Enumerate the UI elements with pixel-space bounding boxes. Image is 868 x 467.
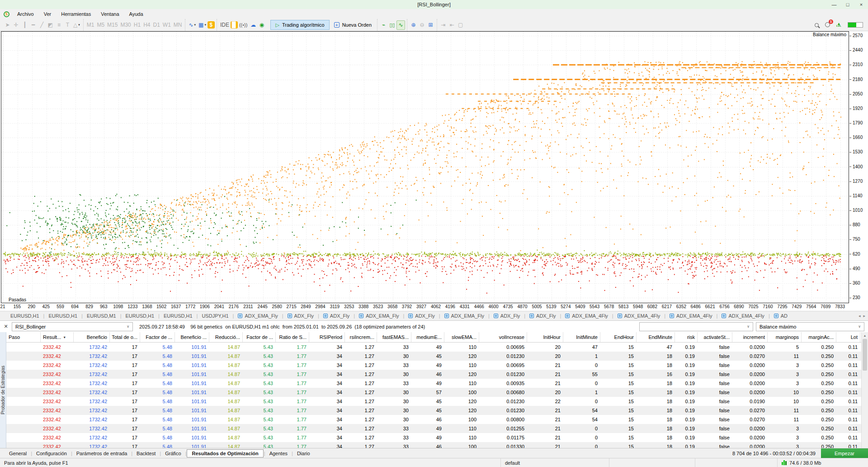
tester-tab-general[interactable]: General	[5, 450, 30, 457]
dollar-icon[interactable]: $	[208, 21, 215, 29]
chart-tab-eurusd-h1-3[interactable]: EURUSD,H1	[122, 313, 159, 319]
lvl-upgrade-icon[interactable]: ▲ LVL	[836, 23, 841, 27]
column-header-beneficio[interactable]: Beneficio ...	[175, 332, 209, 342]
cloud-icon[interactable]: ☁	[249, 20, 257, 30]
shift-end-icon[interactable]: ⇥	[439, 20, 448, 30]
column-header-reducci[interactable]: Reducció...	[209, 332, 243, 342]
indicators-icon[interactable]: ∿▾	[187, 20, 197, 30]
tick-chart-icon[interactable]: ⌁	[379, 20, 388, 30]
column-header-endhour[interactable]: EndHour	[600, 332, 637, 342]
column-header-rsiperiod[interactable]: RSIPeriod	[309, 332, 345, 342]
zoom-out-icon[interactable]: ⊖	[418, 20, 426, 30]
vertical-line-icon[interactable]: ┃	[20, 20, 29, 30]
column-header-marginops[interactable]: marginops	[768, 332, 802, 342]
crosshair-icon[interactable]: ✛	[12, 20, 20, 30]
table-row[interactable]: 2332.421732.42175.48101.9114.875.431.773…	[6, 397, 861, 406]
chart-tab-adx-ema-4fly-16[interactable]: ADX_EMA_4Fly	[665, 313, 716, 319]
chart-tab-eurusd-h1-1[interactable]: EURUSD,H1	[44, 313, 81, 319]
chart-tab-ad-18[interactable]: AD	[770, 313, 792, 319]
tester-tab-gr-fico[interactable]: Gráfico	[161, 450, 184, 457]
chart-tab-adx-fly-10[interactable]: ADX_Fly	[404, 313, 439, 319]
chart-tab-adx-fly-8[interactable]: ADX_Fly	[319, 313, 354, 319]
table-row[interactable]: 2332.421732.42175.48101.9114.875.431.773…	[6, 388, 861, 397]
column-header-increment[interactable]: increment	[732, 332, 768, 342]
column-header-slowema[interactable]: slowEMA...	[444, 332, 479, 342]
column-header-mediume[interactable]: mediumE...	[411, 332, 444, 342]
column-header-rsiincrem[interactable]: rsiIncrem...	[345, 332, 377, 342]
timeframe-m15[interactable]: M15	[106, 20, 119, 30]
tester-tab-configuraci-n[interactable]: Configuración	[33, 450, 71, 457]
column-header-fastemas[interactable]: fastEMAS...	[377, 332, 411, 342]
table-row[interactable]: 2332.421732.42175.48101.9114.875.431.773…	[6, 370, 861, 379]
fibonacci-icon[interactable]: ≡	[55, 20, 63, 30]
trendline-icon[interactable]: ╱	[38, 20, 46, 30]
scroll-left-icon[interactable]: ◂	[859, 314, 861, 318]
algo-trading-button[interactable]: ▷ Trading algorítmico	[270, 20, 329, 30]
status-profile[interactable]: default	[501, 458, 609, 467]
tester-tab-par-metros-de-entrada[interactable]: Parámetros de entrada	[73, 450, 131, 457]
tester-tab-agentes[interactable]: Agentes	[266, 450, 291, 457]
bars-icon[interactable]: ▯▯	[388, 20, 396, 30]
column-header-marginac[interactable]: marginAc...	[802, 332, 836, 342]
column-header-initminute[interactable]: InitMinute	[563, 332, 600, 342]
timeframe-m5[interactable]: M5	[95, 20, 106, 30]
timeframe-m30[interactable]: M30	[119, 20, 132, 30]
column-header-factor-de[interactable]: Factor de ...	[243, 332, 276, 342]
notifications-button[interactable]: 1	[825, 22, 830, 28]
chart-tab-adx-ema-fly-11[interactable]: ADX_EMA_Fly	[440, 313, 488, 319]
chart-tab-eurusd-h1-0[interactable]: EURUSD,H1	[6, 313, 43, 319]
table-row[interactable]: 2332.421732.42175.48101.9114.875.431.773…	[6, 379, 861, 388]
column-header-risk[interactable]: risk	[675, 332, 698, 342]
ide-button[interactable]: IDE	[219, 20, 231, 30]
optimization-scatter-plot[interactable]: Balance máximo Pasadas	[1, 31, 849, 303]
timeframe-m1[interactable]: M1	[85, 20, 96, 30]
table-row[interactable]: 2332.421732.42175.48101.9114.875.431.773…	[6, 361, 861, 370]
vps-icon[interactable]: ◉	[257, 20, 266, 30]
chart-tab-eurusd-h1-4[interactable]: EURUSD,H1	[160, 313, 197, 319]
chart-objects-icon[interactable]: ▦▾	[197, 20, 208, 30]
chart-tab-eurusd-m1-2[interactable]: EURUSD,M1	[83, 313, 120, 319]
tester-side-label[interactable]: Probador de Estrategias	[0, 332, 6, 448]
shapes-icon[interactable]: △▾	[72, 20, 81, 30]
chart-tab-adx-ema-fly-6[interactable]: ADX_EMA_Fly	[234, 313, 282, 319]
table-row[interactable]: 2332.421732.42175.48101.9114.875.431.773…	[6, 406, 861, 415]
menu-herramientas[interactable]: Herramientas	[56, 10, 96, 18]
tile-windows-icon[interactable]: ⊞	[426, 20, 435, 30]
new-order-button[interactable]: + Nueva Orden	[330, 20, 375, 30]
select-rect-icon[interactable]: ▢	[456, 20, 465, 30]
tester-tab-resultados-de-optimizaci-n[interactable]: Resultados de Optimización	[187, 449, 263, 457]
timeframe-w1[interactable]: W1	[161, 20, 172, 30]
signals-icon[interactable]: ((•))	[238, 20, 249, 30]
timeframe-h1[interactable]: H1	[132, 20, 142, 30]
column-header-total-de-o[interactable]: Total de o...	[110, 332, 140, 342]
start-button[interactable]: Empezar	[821, 448, 868, 458]
timeframe-h4[interactable]: H4	[142, 20, 151, 30]
market-bag-icon[interactable]: ▉	[231, 21, 238, 29]
search-icon[interactable]	[815, 23, 819, 27]
table-scrollbar[interactable]: ▲	[861, 332, 868, 448]
menu-ver[interactable]: Ver	[39, 10, 57, 18]
chart-tab-usdjpy-h1-5[interactable]: USDJPY,H1	[198, 313, 232, 319]
maximize-button[interactable]: □	[841, 0, 854, 9]
column-header-inithour[interactable]: InitHour	[527, 332, 563, 342]
chart-tab-adx-ema-4fly-15[interactable]: ADX_EMA_4Fly	[613, 313, 664, 319]
chart-tab-adx-ema-4fly-17[interactable]: ADX_EMA_4Fly	[717, 313, 768, 319]
chart-tab-adx-fly-7[interactable]: ADX_Fly	[283, 313, 318, 319]
close-button[interactable]: ×	[854, 0, 868, 9]
symbol-selector[interactable]: ∨	[639, 322, 753, 331]
table-row[interactable]: 2332.421732.42175.48101.9114.875.431.773…	[6, 343, 861, 352]
close-tester-icon[interactable]: ✕	[3, 324, 9, 329]
timeframe-mn[interactable]: MN	[172, 20, 184, 30]
column-header-paso[interactable]: Paso	[6, 332, 41, 342]
channel-icon[interactable]: ◩	[46, 20, 55, 30]
chart-tab-adx-ema-4fly-14[interactable]: ADX_EMA_4Fly	[561, 313, 612, 319]
timeframe-d1[interactable]: D1	[151, 20, 161, 30]
table-row[interactable]: 2332.421732.42175.48101.9114.875.431.773…	[6, 352, 861, 361]
column-header-result[interactable]: Result...▼	[41, 332, 74, 342]
line-chart-icon[interactable]: ∿	[396, 20, 405, 30]
column-header-lot[interactable]: Lot	[836, 332, 860, 342]
menu-ventana[interactable]: Ventana	[96, 10, 124, 18]
tester-tab-backtest[interactable]: Backtest	[133, 450, 159, 457]
expert-selector[interactable]: RSI_Bollinger ∨	[12, 322, 133, 331]
cursor-icon[interactable]: ➤	[3, 20, 12, 30]
